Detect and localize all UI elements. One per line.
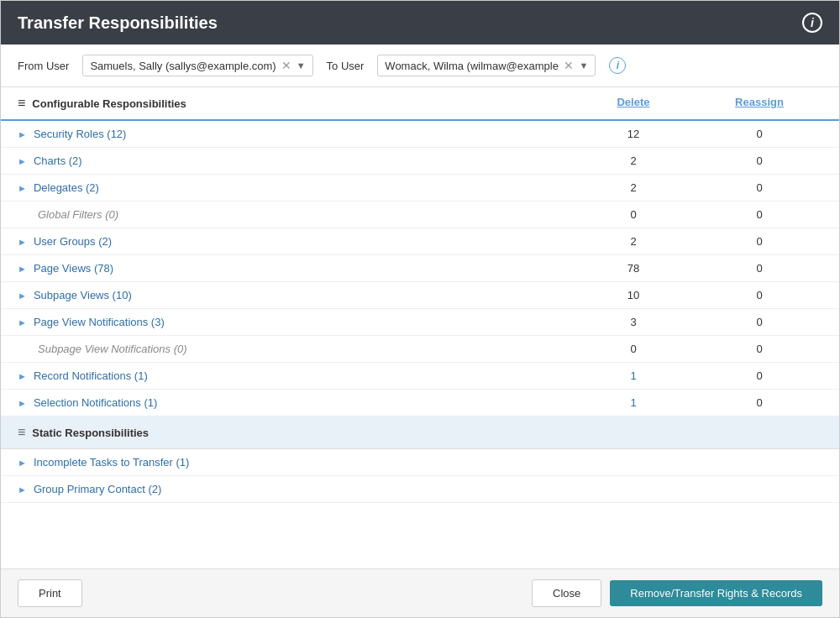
transfer-button[interactable]: Remove/Transfer Rights & Records xyxy=(610,580,822,606)
footer-right-actions: Close Remove/Transfer Rights & Records xyxy=(532,579,822,607)
row-label[interactable]: ► Delegates (2) xyxy=(18,181,570,194)
table-row: ► Charts (2) 2 0 xyxy=(1,148,839,175)
row-label[interactable]: ► Record Notifications (1) xyxy=(18,369,570,382)
delete-value: 2 xyxy=(570,154,696,167)
reassign-value: 0 xyxy=(696,235,822,248)
title-info-icon[interactable]: i xyxy=(802,13,822,33)
table-row: ► User Groups (2) 2 0 xyxy=(1,228,839,255)
chevron-right-icon[interactable]: ► xyxy=(18,129,27,139)
reassign-value: 0 xyxy=(696,128,822,140)
row-label[interactable]: ► Group Primary Contact (2) xyxy=(18,483,570,495)
chevron-right-icon[interactable]: ► xyxy=(18,371,27,381)
from-user-clear-button[interactable]: ✕ xyxy=(281,59,291,72)
reassign-value: 0 xyxy=(696,154,822,167)
close-button[interactable]: Close xyxy=(532,579,601,607)
to-user-value: Womack, Wilma (wilmaw@example xyxy=(385,60,559,72)
user-info-icon[interactable]: i xyxy=(609,57,626,74)
menu-icon xyxy=(18,96,25,111)
chevron-right-icon[interactable]: ► xyxy=(18,458,27,468)
reassign-value: 0 xyxy=(696,208,822,221)
chevron-right-icon[interactable]: ► xyxy=(18,484,27,495)
to-user-field[interactable]: Womack, Wilma (wilmaw@example ✕ ▼ xyxy=(377,55,596,76)
delete-value: 0 xyxy=(570,208,696,221)
row-label[interactable]: ► Charts (2) xyxy=(18,154,570,167)
delete-column-header[interactable]: Delete xyxy=(570,96,696,111)
table-row: ► Record Notifications (1) 1 0 xyxy=(1,363,839,390)
delete-value: 2 xyxy=(570,235,696,248)
dialog-transfer-responsibilities: Transfer Responsibilities i From User Sa… xyxy=(0,0,840,618)
table-row: ► Selection Notifications (1) 1 0 xyxy=(1,390,839,416)
table-row: ► Security Roles (12) 12 0 xyxy=(1,121,839,148)
chevron-right-icon[interactable]: ► xyxy=(18,264,27,274)
delete-value: 3 xyxy=(570,316,696,328)
from-user-field[interactable]: Samuels, Sally (sallys@example.com) ✕ ▼ xyxy=(82,55,312,76)
row-label[interactable]: ► Page Views (78) xyxy=(18,262,570,275)
table-row: ► Page Views (78) 78 0 xyxy=(1,255,839,282)
chevron-right-icon[interactable]: ► xyxy=(18,398,27,408)
reassign-value: 0 xyxy=(696,396,822,409)
configurable-header-label: Configurable Responsibilities xyxy=(32,97,186,110)
delete-value: 78 xyxy=(570,262,696,275)
from-user-label: From User xyxy=(18,60,69,72)
row-label[interactable]: ► Subpage Views (10) xyxy=(18,289,570,301)
user-bar: From User Samuels, Sally (sallys@example… xyxy=(1,45,839,87)
reassign-value: 0 xyxy=(696,289,822,301)
chevron-right-icon[interactable]: ► xyxy=(18,317,27,327)
row-label: Subpage View Notifications (0) xyxy=(18,343,570,355)
title-bar: Transfer Responsibilities i xyxy=(1,1,839,45)
row-label[interactable]: ► User Groups (2) xyxy=(18,235,570,248)
configurable-table-header: Configurable Responsibilities Delete Rea… xyxy=(1,87,839,121)
table-row: Subpage View Notifications (0) 0 0 xyxy=(1,336,839,363)
to-user-clear-button[interactable]: ✕ xyxy=(564,59,574,72)
table-row: ► Incomplete Tasks to Transfer (1) xyxy=(1,449,839,476)
static-rows-list: ► Incomplete Tasks to Transfer (1) ► Gro… xyxy=(1,449,839,503)
reassign-value: 0 xyxy=(696,369,822,382)
delete-value: 0 xyxy=(570,343,696,355)
print-button[interactable]: Print xyxy=(18,579,82,607)
to-user-chevron-icon[interactable]: ▼ xyxy=(579,60,588,71)
content-area: Configurable Responsibilities Delete Rea… xyxy=(1,87,839,568)
row-label[interactable]: ► Incomplete Tasks to Transfer (1) xyxy=(18,456,570,469)
footer: Print Close Remove/Transfer Rights & Rec… xyxy=(1,568,839,617)
table-row: ► Delegates (2) 2 0 xyxy=(1,175,839,202)
delete-value: 12 xyxy=(570,128,696,140)
reassign-value: 0 xyxy=(696,181,822,194)
table-row: Global Filters (0) 0 0 xyxy=(1,202,839,228)
delete-value: 2 xyxy=(570,181,696,194)
chevron-right-icon[interactable]: ► xyxy=(18,156,27,166)
table-row: ► Page View Notifications (3) 3 0 xyxy=(1,309,839,336)
from-user-chevron-icon[interactable]: ▼ xyxy=(297,60,306,71)
static-section-header: Static Responsibilities xyxy=(1,416,839,449)
chevron-right-icon[interactable]: ► xyxy=(18,183,27,193)
row-label[interactable]: ► Page View Notifications (3) xyxy=(18,316,570,328)
reassign-value: 0 xyxy=(696,316,822,328)
chevron-right-icon[interactable]: ► xyxy=(18,291,27,301)
dialog-title: Transfer Responsibilities xyxy=(18,13,218,33)
delete-value: 1 xyxy=(570,396,696,409)
row-label[interactable]: ► Selection Notifications (1) xyxy=(18,396,570,409)
reassign-value: 0 xyxy=(696,343,822,355)
static-responsibilities-header: Static Responsibilities xyxy=(18,425,570,440)
static-menu-icon xyxy=(18,425,25,440)
configurable-rows-list: ► Security Roles (12) 12 0 ► Charts (2) … xyxy=(1,121,839,416)
chevron-right-icon[interactable]: ► xyxy=(18,237,27,247)
to-user-label: To User xyxy=(327,60,365,72)
from-user-value: Samuels, Sally (sallys@example.com) xyxy=(90,60,276,72)
configurable-responsibilities-header: Configurable Responsibilities xyxy=(18,96,570,111)
delete-value: 10 xyxy=(570,289,696,301)
reassign-value: 0 xyxy=(696,262,822,275)
table-row: ► Subpage Views (10) 10 0 xyxy=(1,282,839,309)
row-label[interactable]: ► Security Roles (12) xyxy=(18,128,570,140)
delete-value: 1 xyxy=(570,369,696,382)
reassign-column-header[interactable]: Reassign xyxy=(696,96,822,111)
table-row: ► Group Primary Contact (2) xyxy=(1,476,839,503)
row-label: Global Filters (0) xyxy=(18,208,570,221)
static-header-label: Static Responsibilities xyxy=(32,427,149,439)
